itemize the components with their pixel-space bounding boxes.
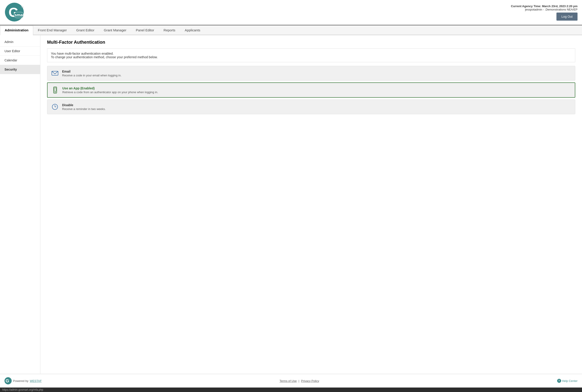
- footer-logo-icon: G: [5, 377, 12, 384]
- help-center-link[interactable]: Help Center: [562, 379, 577, 382]
- tab-grant-editor[interactable]: Grant Editor: [72, 25, 99, 35]
- powered-by-text: Powered by: [13, 379, 29, 382]
- gosmart-logo: G smart TM: [5, 2, 24, 22]
- sidebar-item-calendar[interactable]: Calendar: [0, 56, 40, 65]
- tab-front-end-manager[interactable]: Front End Manager: [33, 25, 72, 35]
- header-right: Current Agency Time: March 23rd, 2023 2:…: [511, 4, 577, 20]
- footer-separator: |: [299, 379, 299, 382]
- logout-button[interactable]: Log Out: [556, 12, 577, 20]
- privacy-policy-link[interactable]: Privacy Policy: [301, 379, 319, 382]
- footer-left: G Powered by WESTAF: [5, 377, 42, 384]
- svg-rect-8: [54, 88, 56, 92]
- terms-of-use-link[interactable]: Terms of Use: [279, 379, 297, 382]
- status-bar: https://admin.gosmart.org/mfa.php: [0, 388, 582, 392]
- footer: G Powered by WESTAF Terms of Use | Priva…: [0, 374, 582, 388]
- mfa-disable-desc: Receive a reminder in two weeks.: [62, 107, 571, 111]
- mfa-email-text: Email Receive a code in your email when …: [62, 70, 571, 77]
- main-container: Admin User Editor Calendar Security Mult…: [0, 35, 582, 374]
- logo-area: G smart TM: [5, 2, 24, 22]
- tab-applicants[interactable]: Applicants: [180, 25, 205, 35]
- mfa-app-text: Use an App (Enabled) Retrieve a code fro…: [62, 86, 571, 94]
- sidebar-item-security[interactable]: Security: [0, 65, 40, 74]
- mfa-email-desc: Receive a code in your email when loggin…: [62, 74, 571, 77]
- svg-text:G: G: [6, 378, 9, 383]
- phone-icon: [51, 86, 59, 94]
- tab-grant-manager[interactable]: Grant Manager: [99, 25, 131, 35]
- current-user: jesspotadmin - .Demonstrations NEA/EP: [511, 8, 577, 11]
- mfa-description: You have multi-factor authentication ena…: [47, 48, 575, 62]
- email-icon: [51, 69, 59, 77]
- mfa-desc-line1: You have multi-factor authentication ena…: [51, 52, 571, 55]
- svg-text:TM: TM: [21, 6, 24, 8]
- mfa-desc-line2: To change your authentication method, ch…: [51, 55, 571, 59]
- footer-logo: G: [5, 377, 12, 384]
- sidebar-item-admin[interactable]: Admin: [0, 38, 40, 46]
- footer-right[interactable]: ? Help Center: [557, 379, 577, 383]
- header: G smart TM Current Agency Time: March 23…: [0, 0, 582, 25]
- content-area: Multi-Factor Authentication You have mul…: [40, 35, 582, 374]
- help-icon: ?: [557, 379, 561, 383]
- current-time: Current Agency Time: March 23rd, 2023 2:…: [511, 4, 577, 8]
- svg-text:smart: smart: [15, 13, 24, 17]
- tab-administration[interactable]: Administration: [0, 25, 33, 35]
- mfa-option-app[interactable]: Use an App (Enabled) Retrieve a code fro…: [47, 82, 575, 98]
- mfa-email-title: Email: [62, 70, 571, 73]
- mfa-disable-text: Disable Receive a reminder in two weeks.: [62, 103, 571, 111]
- nav-tabs: Administration Front End Manager Grant E…: [0, 25, 582, 35]
- mfa-disable-title: Disable: [62, 103, 571, 107]
- mfa-options: Email Receive a code in your email when …: [47, 66, 575, 114]
- tab-reports[interactable]: Reports: [159, 25, 180, 35]
- tab-panel-editor[interactable]: Panel Editor: [131, 25, 159, 35]
- footer-center: Terms of Use | Privacy Policy: [279, 379, 319, 382]
- clock-icon: [51, 103, 59, 111]
- page-title: Multi-Factor Authentication: [47, 40, 575, 45]
- sidebar-item-user-editor[interactable]: User Editor: [0, 46, 40, 56]
- sidebar: Admin User Editor Calendar Security: [0, 35, 40, 374]
- mfa-option-disable[interactable]: Disable Receive a reminder in two weeks.: [47, 100, 575, 114]
- mfa-option-email[interactable]: Email Receive a code in your email when …: [47, 66, 575, 81]
- logo: G smart TM: [5, 2, 24, 22]
- mfa-app-desc: Retrieve a code from an authenticator ap…: [62, 90, 571, 94]
- westaf-link[interactable]: WESTAF: [30, 379, 42, 382]
- status-url: https://admin.gosmart.org/mfa.php: [2, 388, 43, 391]
- mfa-app-title: Use an App (Enabled): [62, 86, 571, 90]
